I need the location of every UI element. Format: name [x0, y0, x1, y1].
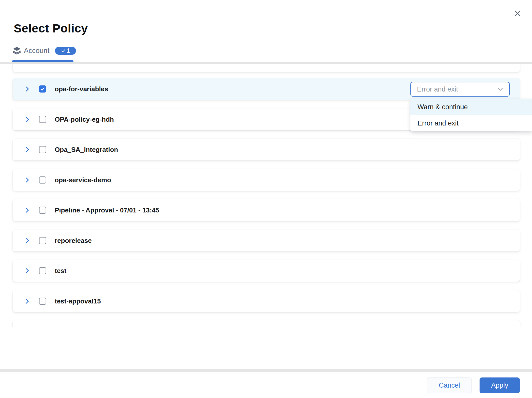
expand-chevron-icon[interactable] [24, 268, 30, 274]
expand-chevron-icon[interactable] [24, 116, 30, 122]
action-select-value: Error and exit [417, 85, 458, 93]
selected-count-badge: 1 [55, 47, 76, 55]
expand-chevron-icon[interactable] [24, 238, 30, 244]
policy-list: opa-for-variables Error and exit Warn & … [0, 64, 532, 327]
footer-divider [0, 369, 532, 372]
policy-checkbox[interactable] [39, 207, 46, 214]
policy-name: test [55, 267, 66, 275]
action-select[interactable]: Error and exit [410, 82, 510, 97]
dropdown-option-warn-continue[interactable]: Warn & continue [410, 99, 532, 115]
apply-button[interactable]: Apply [480, 377, 520, 393]
policy-row[interactable]: test-appoval15 [13, 290, 520, 312]
policy-name: test-appoval15 [55, 297, 101, 305]
dropdown-option-error-exit[interactable]: Error and exit [410, 115, 532, 131]
policy-checkbox[interactable] [39, 146, 46, 153]
selected-count: 1 [67, 47, 70, 54]
expand-chevron-icon[interactable] [24, 86, 30, 92]
policy-row[interactable]: opa-service-demo [13, 169, 520, 191]
layers-icon [12, 46, 22, 55]
policy-name: opa-for-variables [55, 85, 108, 93]
check-icon [61, 49, 65, 53]
close-icon [514, 9, 522, 17]
policy-row-partial-bottom[interactable] [13, 320, 520, 327]
tab-account[interactable]: Account 1 [12, 46, 76, 56]
policy-checkbox[interactable] [39, 298, 46, 305]
policy-row[interactable]: test [13, 260, 520, 282]
expand-chevron-icon[interactable] [24, 177, 30, 183]
policy-checkbox[interactable] [39, 116, 46, 123]
close-button[interactable] [512, 8, 523, 19]
cancel-button[interactable]: Cancel [427, 377, 472, 393]
tabs-divider [0, 62, 532, 64]
check-icon [40, 86, 45, 92]
tab-account-label: Account [24, 47, 49, 55]
expand-chevron-icon[interactable] [24, 207, 30, 213]
modal-title: Select Policy [14, 21, 88, 35]
policy-checkbox[interactable] [39, 237, 46, 244]
policy-checkbox-checked[interactable] [39, 85, 46, 93]
policy-row[interactable]: Opa_SA_Integration [13, 139, 520, 160]
expand-chevron-icon[interactable] [24, 298, 30, 304]
policy-name: Pipeline - Approval - 07/01 - 13:45 [55, 206, 159, 214]
policy-row[interactable]: Pipeline - Approval - 07/01 - 13:45 [13, 199, 520, 221]
policy-name: reporelease [55, 237, 92, 245]
select-policy-modal: Select Policy Account 1 opa-f [0, 0, 532, 398]
policy-row[interactable]: reporelease [13, 230, 520, 251]
policy-row[interactable]: opa-for-variables Error and exit [13, 78, 520, 100]
action-dropdown-menu: Warn & continue Error and exit [410, 99, 532, 131]
policy-checkbox[interactable] [39, 267, 46, 274]
chevron-down-icon [497, 86, 504, 93]
policy-checkbox[interactable] [39, 176, 46, 184]
policy-name: OPA-policy-eg-hdh [55, 116, 114, 123]
expand-chevron-icon[interactable] [24, 147, 30, 153]
policy-name: Opa_SA_Integration [55, 146, 118, 154]
policy-name: opa-service-demo [55, 176, 111, 184]
policy-row-partial-top[interactable] [13, 64, 520, 72]
